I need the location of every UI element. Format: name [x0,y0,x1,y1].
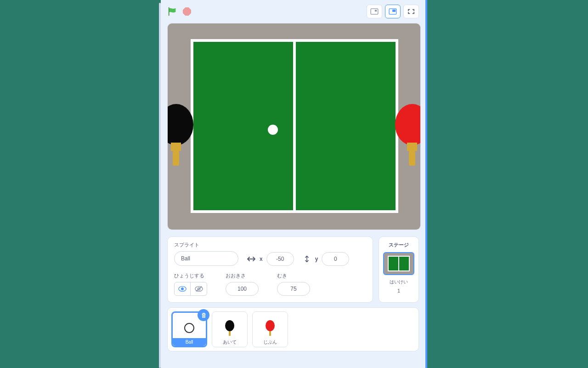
svg-rect-2 [375,10,377,12]
stage-title: ステージ [383,242,415,248]
size-input[interactable] [226,282,259,296]
player-paddle-sprite[interactable] [394,104,421,164]
large-stage-button[interactable] [385,5,401,18]
sprite-label: スプライト [174,242,238,248]
fullscreen-button[interactable] [403,5,419,18]
direction-input[interactable] [277,282,310,296]
sprite-tile-opponent[interactable]: あいて [212,311,248,347]
stage-thumbnail[interactable] [383,252,414,275]
x-label: x [260,256,263,262]
svg-line-9 [196,287,202,292]
ball-thumb-icon [181,320,198,336]
backdrop-count: 1 [383,288,415,293]
run-controls [167,6,191,17]
sprite-tile-label: じぶん [253,338,288,347]
x-input[interactable] [266,252,294,266]
sprite-tile-player[interactable]: じぶん [252,311,288,347]
opponent-paddle-sprite[interactable] [167,104,194,164]
stage-canvas[interactable] [167,23,421,230]
y-input[interactable] [322,252,349,266]
stage-background [168,23,420,230]
scratch-stage-panel: スプライト x y ひょうじする [161,0,427,368]
sprite-tile-label: あいて [212,338,247,347]
sprite-tile-ball[interactable]: Ball [171,311,207,347]
player-thumb-icon [262,320,278,336]
show-label: ひょうじする [174,272,207,279]
sprite-list: Ball あいて じぶん [167,307,419,351]
sprite-name-input[interactable] [174,251,238,266]
table-border [191,39,398,213]
hide-button[interactable] [191,282,207,296]
table-net [293,39,296,213]
info-row: スプライト x y ひょうじする [167,236,419,303]
opponent-thumb-icon [221,320,238,336]
view-mode-controls [367,5,419,18]
green-flag-icon[interactable] [167,6,177,17]
ball-sprite[interactable] [268,125,278,135]
show-button[interactable] [174,282,191,296]
backdrop-label: はいけい [383,279,415,285]
visibility-toggle [174,282,207,296]
size-label: おおきさ [226,272,259,279]
sprite-info-panel: スプライト x y ひょうじする [167,236,373,303]
small-stage-button[interactable] [367,5,382,18]
direction-label: むき [277,272,310,279]
svg-rect-1 [371,9,378,14]
y-label: y [315,256,318,262]
y-arrow-icon [302,255,311,263]
svg-rect-4 [392,10,396,12]
stage-header [161,0,425,23]
sprite-tile-label: Ball [173,338,206,346]
svg-point-6 [181,288,183,290]
x-arrow-icon [247,255,256,263]
stage-selector-panel: ステージ はいけい 1 [379,236,419,303]
stop-icon[interactable] [183,7,191,16]
delete-sprite-icon[interactable] [198,309,209,321]
